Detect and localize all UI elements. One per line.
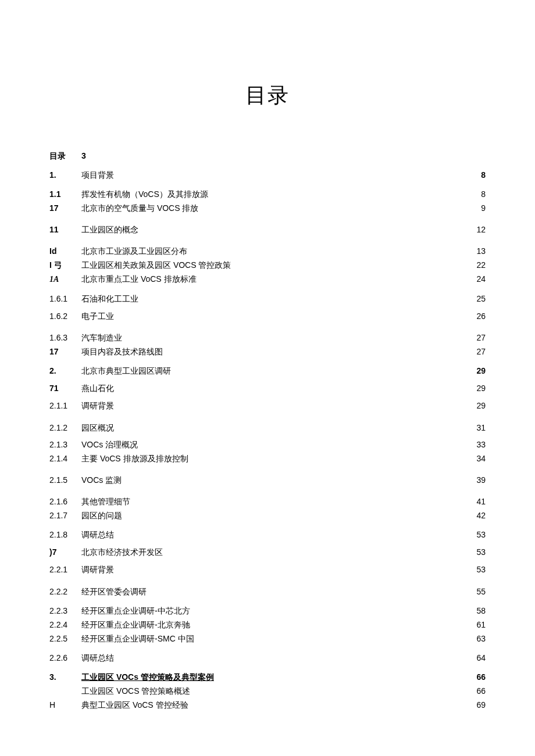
toc-page: 69 — [472, 700, 486, 710]
toc-page: 53 — [472, 529, 486, 540]
toc-text: 挥发性有机物（VoCS）及其排放源 — [81, 189, 472, 199]
toc-page: 64 — [472, 652, 486, 664]
toc-row: H典型工业园区 VoCS 管控经验69 — [49, 700, 486, 710]
toc-text: 项目背景 — [81, 169, 472, 181]
toc-number: 2.2.1 — [49, 564, 81, 575]
toc-number: 1.1 — [49, 189, 81, 199]
toc-number: 1A — [49, 274, 81, 285]
toc-row: 2.1.6其他管理细节41 — [49, 496, 486, 507]
toc-number: 1.6.1 — [49, 293, 81, 304]
toc-number: 2.2.4 — [49, 619, 81, 630]
toc-row: 1.6.2电子工业26 — [49, 310, 486, 322]
toc-page: 66 — [472, 686, 486, 696]
toc-page: 24 — [472, 274, 486, 284]
toc-page: 55 — [472, 586, 486, 597]
toc-page: 53 — [472, 546, 486, 558]
toc-number: 2.1.2 — [49, 422, 81, 433]
toc-text: 经开区重点企业调研-SMC 中国 — [81, 633, 472, 644]
toc-page: 25 — [472, 293, 486, 304]
toc-row: 2.1.4主要 VoCS 排放源及排放控制34 — [49, 453, 486, 464]
toc-number: I 弓 — [49, 260, 81, 270]
toc-page: 29 — [472, 400, 486, 411]
toc-page: 8 — [472, 169, 486, 181]
toc-number: 2.2.6 — [49, 652, 81, 664]
toc-number: 2. — [49, 365, 81, 377]
toc-number: 2.1.7 — [49, 510, 81, 521]
toc-page: 39 — [472, 474, 486, 486]
toc-number: 2.1.3 — [49, 439, 81, 450]
toc-page: 12 — [472, 224, 486, 235]
toc-text: 北京市重点工业 VoCS 排放标准 — [81, 274, 472, 284]
toc-row: 2.1.3VOCs 治理概况33 — [49, 439, 486, 450]
toc-page: 26 — [472, 310, 486, 322]
toc-row: 1.1挥发性有机物（VoCS）及其排放源8 — [49, 189, 486, 199]
toc-number: 17 — [49, 203, 81, 213]
toc-page: 13 — [472, 246, 486, 256]
toc-row: 71燕山石化29 — [49, 382, 486, 394]
toc-page: 29 — [472, 365, 486, 377]
toc-text: 园区的问题 — [81, 510, 472, 521]
toc-page: 9 — [472, 203, 486, 213]
toc-row: 17项目内容及技术路线图27 — [49, 346, 486, 357]
toc-number: Id — [49, 246, 81, 256]
toc-number: 2.2.5 — [49, 633, 81, 644]
toc-page: 29 — [472, 382, 486, 394]
toc-row: 2.1.2园区概况31 — [49, 422, 486, 433]
toc-text: 项目内容及技术路线图 — [81, 346, 472, 357]
toc-page: 42 — [472, 510, 486, 521]
toc-page: 31 — [472, 422, 486, 433]
toc-text: 工业园区 VOCs 管控策略及典型案例 — [81, 672, 472, 682]
toc-row: 目录3 — [49, 151, 486, 161]
toc-row: Id北京市工业源及工业园区分布13 — [49, 246, 486, 256]
toc-text: 工业园区 VOCS 管控策略概述 — [81, 686, 472, 696]
toc-number: 2.1.6 — [49, 496, 81, 507]
toc-row: 2.2.3经开区重点企业调研-中芯北方58 — [49, 605, 486, 616]
toc-text: 其他管理细节 — [81, 496, 472, 507]
toc-text: 石油和化工工业 — [81, 293, 472, 304]
toc-row: 2.北京市典型工业园区调研29 — [49, 365, 486, 377]
toc-row: 2.1.1调研背景29 — [49, 400, 486, 411]
toc-number: 1. — [49, 169, 81, 181]
toc-text: 电子工业 — [81, 310, 472, 322]
toc-page: 34 — [472, 453, 486, 464]
toc-text: 北京市经济技术开发区 — [81, 546, 472, 558]
toc-number: H — [49, 700, 81, 710]
toc-row: 2.1.5VOCs 监测39 — [49, 474, 486, 486]
toc-page: 33 — [472, 439, 486, 450]
toc-page: 66 — [472, 672, 486, 682]
toc-text: VOCs 治理概况 — [81, 439, 472, 450]
toc-page: 27 — [472, 332, 486, 343]
toc-row: 2.2.1调研背景53 — [49, 564, 486, 575]
toc-text: 调研总结 — [81, 529, 472, 540]
toc-text: 经开区重点企业调研-中芯北方 — [81, 605, 472, 616]
toc-page: 27 — [472, 346, 486, 357]
toc-page: 61 — [472, 619, 486, 630]
toc-number: 2.1.5 — [49, 474, 81, 486]
toc-text: 北京市的空气质量与 VOCS 排放 — [81, 203, 472, 213]
toc-page: 63 — [472, 633, 486, 644]
toc-row: 1.6.1石油和化工工业25 — [49, 293, 486, 304]
document-page: 目录 目录31.项目背景81.1挥发性有机物（VoCS）及其排放源817北京市的… — [0, 0, 535, 756]
toc-number: 2.1.8 — [49, 529, 81, 540]
toc-row: 1.项目背景8 — [49, 169, 486, 181]
toc-text: VOCs 监测 — [81, 474, 472, 486]
toc-row: 2.2.2经开区管委会调研55 — [49, 586, 486, 597]
toc-text: 调研背景 — [81, 400, 472, 411]
toc-text: 园区概况 — [81, 422, 472, 433]
toc-page: 8 — [472, 189, 486, 199]
toc-row: 1.6.3汽车制造业27 — [49, 332, 486, 343]
toc-text: 工业园区相关政策及园区 VOCS 管控政策 — [81, 260, 472, 270]
toc-text: 北京市工业源及工业园区分布 — [81, 246, 472, 256]
toc-page: 53 — [472, 564, 486, 575]
toc-page: 22 — [472, 260, 486, 270]
toc-row: 2.2.5经开区重点企业调研-SMC 中国63 — [49, 633, 486, 644]
toc-text: 调研总结 — [81, 652, 472, 664]
page-title: 目录 — [49, 81, 486, 110]
table-of-contents: 目录31.项目背景81.1挥发性有机物（VoCS）及其排放源817北京市的空气质… — [49, 151, 486, 710]
toc-row: 2.1.8调研总结53 — [49, 529, 486, 540]
toc-page: 58 — [472, 605, 486, 616]
toc-text: 3 — [81, 151, 472, 161]
toc-page: 41 — [472, 496, 486, 507]
toc-number: )7 — [49, 546, 81, 558]
toc-text: 经开区管委会调研 — [81, 586, 472, 597]
